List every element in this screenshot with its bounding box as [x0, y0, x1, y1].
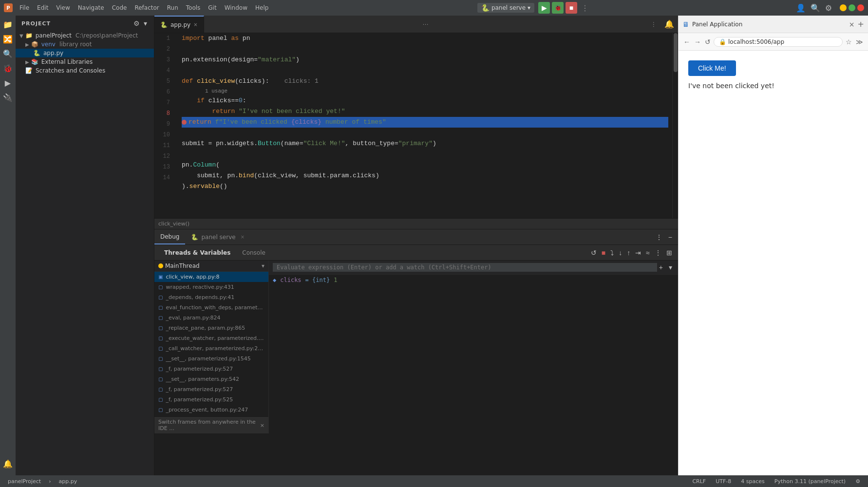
- user-icon[interactable]: 👤: [795, 2, 807, 14]
- minimize-button[interactable]: −: [840, 4, 847, 11]
- stack-frame-11[interactable]: ▢ _f, parameterized.py:527: [154, 384, 268, 394]
- click-me-button[interactable]: Click Me!: [688, 60, 736, 76]
- run-icon[interactable]: ▶: [1, 76, 15, 90]
- browser-back-btn[interactable]: ←: [682, 37, 691, 47]
- tree-label-path: C:\repos\panelProject: [75, 32, 138, 39]
- run-config-selector[interactable]: 🐍 panel serve ▾: [477, 3, 534, 13]
- evaluate-btn[interactable]: ≈: [644, 248, 652, 258]
- watch-expression-input[interactable]: [273, 263, 657, 272]
- debug-hide-btn[interactable]: −: [666, 232, 674, 242]
- browser-title-text: Panel Application: [692, 21, 844, 28]
- status-close-btn[interactable]: ×: [260, 422, 264, 429]
- menu-git[interactable]: Git: [205, 3, 219, 12]
- stack-frame-5[interactable]: ▢ _replace_pane, param.py:865: [154, 323, 268, 333]
- stack-frame-3[interactable]: ▢ eval_function_with_deps, parameterized…: [154, 302, 268, 313]
- editor-scrollbar[interactable]: [672, 33, 678, 218]
- subtab-threads-variables[interactable]: Threads & Variables: [158, 247, 236, 258]
- status-indent[interactable]: 4 spaces: [739, 478, 767, 485]
- menu-tools[interactable]: Tools: [183, 3, 204, 12]
- serve-tab-close[interactable]: ×: [241, 234, 245, 240]
- stack-frame-10[interactable]: ▢ __set__, parameters.py:542: [154, 374, 268, 384]
- step-over-btn[interactable]: ⤵: [608, 248, 616, 258]
- run-to-cursor-btn[interactable]: ⇥: [633, 248, 643, 258]
- more-run-options[interactable]: ⋮: [581, 3, 589, 13]
- debug-icon[interactable]: 🐞: [1, 61, 15, 75]
- browser-bookmark-btn[interactable]: ☆: [845, 37, 853, 47]
- browser-more-btn[interactable]: ≫: [855, 37, 864, 47]
- tree-item-app-py[interactable]: 🐍 app.py: [16, 49, 154, 57]
- run-button[interactable]: ▶: [538, 2, 550, 14]
- stack-frame-2[interactable]: ▢ _depends, depends.py:41: [154, 292, 268, 302]
- settings-icon[interactable]: ⚙: [824, 2, 833, 14]
- debug-button[interactable]: 🐞: [552, 2, 564, 14]
- stack-frame-7[interactable]: ▢ _call_watcher, parameterized.py:2489: [154, 343, 268, 354]
- browser-url-bar[interactable]: 🔒 localhost:5006/app: [714, 37, 843, 47]
- resume-btn[interactable]: ↺: [589, 248, 599, 258]
- code-content[interactable]: import panel as pn pn.extension(design="…: [178, 33, 672, 218]
- stop-button[interactable]: ■: [566, 2, 577, 14]
- menu-help[interactable]: Help: [252, 3, 271, 12]
- browser-reload-btn[interactable]: ↺: [704, 37, 712, 47]
- tree-item-scratches[interactable]: 📝 Scratches and Consoles: [16, 66, 154, 75]
- project-settings-btn[interactable]: ⚙: [132, 19, 141, 28]
- frame-icon-5: ▢: [158, 325, 163, 331]
- browser-close-btn[interactable]: ×: [849, 20, 855, 28]
- tab-panel-serve[interactable]: 🐍 panel serve ×: [185, 229, 250, 244]
- menu-edit[interactable]: Edit: [34, 3, 51, 12]
- menu-file[interactable]: File: [17, 3, 32, 12]
- tree-item-external-libs[interactable]: ▶ 📚 External Libraries: [16, 57, 154, 66]
- status-breadcrumb-file[interactable]: app.py: [57, 478, 79, 485]
- stack-frame-8[interactable]: ▢ __set__, parameterized.py:1545: [154, 354, 268, 364]
- panel-chevron-btn[interactable]: ▾: [143, 19, 148, 28]
- project-view-icon[interactable]: 📁: [1, 18, 15, 31]
- notifications-icon[interactable]: 🔔: [1, 457, 15, 470]
- tab-app-py[interactable]: 🐍 app.py ×: [154, 16, 204, 33]
- tree-item-venv[interactable]: ▶ 📦 venv library root: [16, 40, 154, 49]
- menu-code[interactable]: Code: [109, 3, 130, 12]
- stack-frame-6[interactable]: ▢ _execute_watcher, parameterized.py:247…: [154, 333, 268, 343]
- subtab-console[interactable]: Console: [236, 247, 271, 258]
- stack-frame-4[interactable]: ▢ _eval, param.py:824: [154, 313, 268, 323]
- stack-frame-9[interactable]: ▢ _f, parameterized.py:527: [154, 364, 268, 374]
- find-icon[interactable]: 🔍: [1, 47, 15, 60]
- menu-view[interactable]: View: [53, 3, 73, 12]
- step-into-btn[interactable]: ↓: [617, 248, 624, 258]
- tab-more-btn[interactable]: ⋯: [418, 21, 432, 28]
- menu-refactor[interactable]: Refactor: [132, 3, 162, 12]
- thread-selector[interactable]: MainThread ▾: [154, 261, 268, 272]
- search-icon[interactable]: 🔍: [810, 2, 821, 14]
- notifications-editor-btn[interactable]: 🔔: [660, 19, 678, 29]
- expand-watches-btn[interactable]: ▾: [667, 262, 674, 272]
- tab-close-btn[interactable]: ×: [193, 22, 197, 27]
- maximize-button[interactable]: □: [849, 4, 855, 11]
- variable-clicks[interactable]: ◆ clicks = {int} 1: [269, 275, 678, 285]
- restore-btn[interactable]: ⊞: [664, 248, 674, 258]
- status-breadcrumb-project[interactable]: panelProject: [6, 478, 43, 485]
- stack-frame-13[interactable]: ▢ _process_event, button.py:247: [154, 405, 268, 415]
- git-icon[interactable]: 🔀: [1, 32, 15, 46]
- status-python[interactable]: Python 3.11 (panelProject): [773, 478, 848, 485]
- plugins-icon[interactable]: 🔌: [1, 91, 15, 104]
- menu-run[interactable]: Run: [164, 3, 181, 12]
- thread-dropdown-icon[interactable]: ▾: [262, 262, 264, 269]
- stack-frame-1[interactable]: ▢ wrapped, reactive.py:431: [154, 282, 268, 292]
- stack-frame-12[interactable]: ▢ _f, parameterized.py:525: [154, 394, 268, 405]
- step-out-btn[interactable]: ↑: [625, 248, 632, 258]
- status-crlf[interactable]: CRLF: [690, 478, 708, 485]
- stack-frame-label-7: _call_watcher, parameterized.py:2489: [166, 345, 264, 352]
- close-button[interactable]: ×: [857, 4, 864, 11]
- status-venv-icon[interactable]: ⚙: [853, 478, 862, 485]
- more-debug-btn[interactable]: ⋮: [653, 248, 663, 258]
- tree-item-panelproject[interactable]: ▼ 📁 panelProject C:\repos\panelProject: [16, 31, 154, 40]
- add-watch-btn[interactable]: +: [657, 262, 665, 272]
- debug-settings-btn[interactable]: ⋮: [654, 232, 664, 242]
- status-encoding[interactable]: UTF-8: [714, 478, 733, 485]
- menu-navigate[interactable]: Navigate: [75, 3, 107, 12]
- tab-debug[interactable]: Debug: [154, 229, 185, 244]
- stack-frame-0[interactable]: ▣ click_view, app.py:8: [154, 272, 268, 282]
- browser-forward-btn[interactable]: →: [693, 37, 702, 47]
- menu-window[interactable]: Window: [222, 3, 250, 12]
- editor-config-btn[interactable]: ⋮: [647, 21, 660, 28]
- stop-debug-btn[interactable]: ■: [600, 248, 607, 258]
- browser-new-tab-btn[interactable]: +: [858, 19, 864, 29]
